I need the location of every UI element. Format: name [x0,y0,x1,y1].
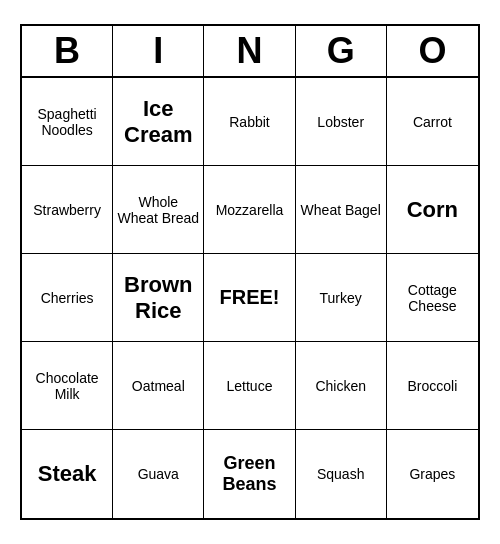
bingo-cell: FREE! [204,254,295,342]
bingo-cell: Turkey [296,254,387,342]
bingo-cell: Cottage Cheese [387,254,478,342]
bingo-cell: Rabbit [204,78,295,166]
header-letter: N [204,26,295,76]
bingo-header: BINGO [22,26,478,78]
bingo-cell: Broccoli [387,342,478,430]
bingo-cell: Whole Wheat Bread [113,166,204,254]
bingo-cell: Squash [296,430,387,518]
header-letter: I [113,26,204,76]
bingo-cell: Ice Cream [113,78,204,166]
bingo-cell: Lettuce [204,342,295,430]
bingo-cell: Corn [387,166,478,254]
bingo-cell: Carrot [387,78,478,166]
bingo-card: BINGO Spaghetti NoodlesIce CreamRabbitLo… [20,24,480,520]
bingo-cell: Grapes [387,430,478,518]
bingo-grid: Spaghetti NoodlesIce CreamRabbitLobsterC… [22,78,478,518]
bingo-cell: Cherries [22,254,113,342]
bingo-cell: Green Beans [204,430,295,518]
bingo-cell: Strawberry [22,166,113,254]
header-letter: O [387,26,478,76]
bingo-cell: Mozzarella [204,166,295,254]
bingo-cell: Chicken [296,342,387,430]
header-letter: G [296,26,387,76]
header-letter: B [22,26,113,76]
bingo-cell: Spaghetti Noodles [22,78,113,166]
bingo-cell: Guava [113,430,204,518]
bingo-cell: Lobster [296,78,387,166]
bingo-cell: Steak [22,430,113,518]
bingo-cell: Chocolate Milk [22,342,113,430]
bingo-cell: Brown Rice [113,254,204,342]
bingo-cell: Wheat Bagel [296,166,387,254]
bingo-cell: Oatmeal [113,342,204,430]
